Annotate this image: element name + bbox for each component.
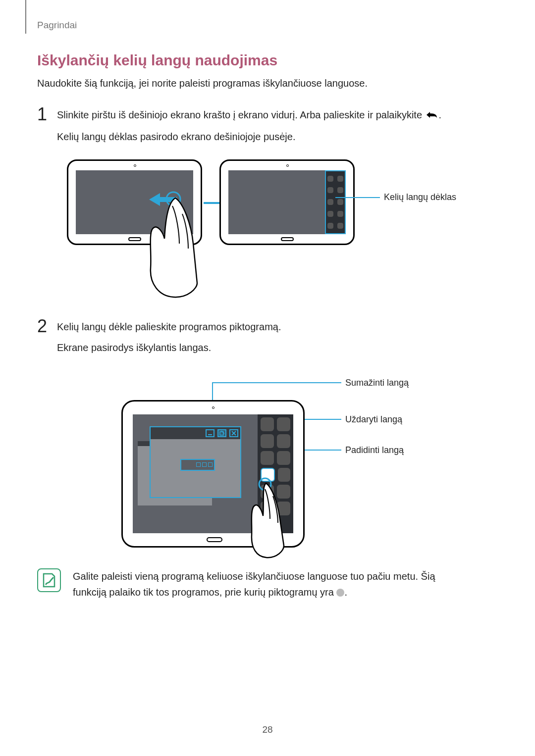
sub-toolbar [180,459,215,471]
step-number: 1 [37,105,57,150]
maximize-label: Padidinti langą [345,445,404,455]
intro-text: Naudokite šią funkciją, jei norite palei… [37,78,498,89]
step-number: 2 [37,317,57,360]
tablet-right [219,159,355,245]
popup-window-front [150,426,241,498]
minimize-icon [206,429,214,437]
multi-instance-badge-icon [336,589,344,597]
header-section-label: Pagrindai [37,20,77,31]
note-text: Galite paleisti vieną programą keliuose … [73,568,435,600]
close-icon [229,429,238,437]
tray-label: Kelių langų dėklas [384,192,456,202]
minimize-label: Sumažinti langą [345,378,409,388]
back-icon [425,108,439,124]
step-1: 1 Slinkite pirštu iš dešiniojo ekrano kr… [37,105,498,150]
leader-line [335,197,380,198]
note-icon [37,568,61,592]
multiwindow-tray [325,170,346,234]
svg-line-7 [221,431,224,434]
page-number: 28 [0,724,535,735]
note-box: Galite paleisti vieną programą keliuose … [37,568,498,600]
close-label: Uždaryti langą [345,414,402,425]
hand-tap-icon [250,476,315,560]
figure-1: Kelių langų dėklas [57,159,498,303]
page-heading: Iškylančių kelių langų naudojimas [37,52,498,69]
step-1-text-2: Kelių langų dėklas pasirodo ekrano dešin… [57,129,498,145]
maximize-icon [217,429,226,437]
leader-line [212,382,341,383]
margin-line [25,0,26,34]
step-2: 2 Kelių langų dėkle palieskite programos… [37,317,498,360]
step-2-text-2: Ekrane pasirodys iškylantis langas. [57,340,498,355]
step-2-text: Kelių langų dėkle palieskite programos p… [57,319,498,335]
figure-2: Sumažinti langą Uždaryti langą Padidinti… [111,370,498,558]
step-1-text: Slinkite pirštu iš dešiniojo ekrano kraš… [57,107,498,124]
